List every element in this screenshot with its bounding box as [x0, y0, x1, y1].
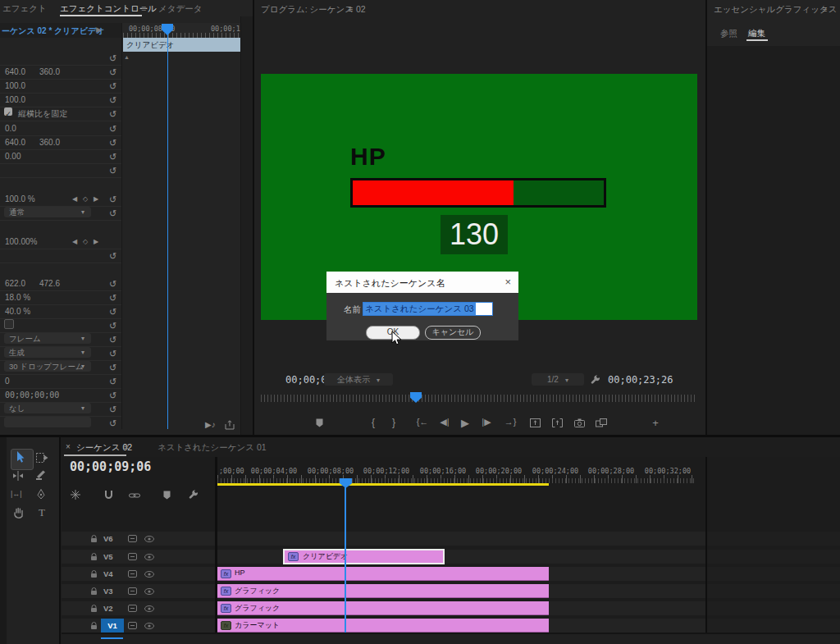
track-name[interactable]: V5 — [103, 552, 113, 561]
property-value[interactable]: 40.0 % — [5, 305, 30, 318]
tab-metadata[interactable]: メタデータ — [158, 3, 202, 15]
track-lock-icon[interactable] — [90, 570, 98, 578]
timeline-clip-color-matte[interactable]: fx カラーマット — [217, 619, 549, 633]
type-tool-icon[interactable]: T — [39, 506, 45, 519]
reset-icon[interactable]: ↺ — [109, 389, 116, 402]
lift-button[interactable] — [524, 417, 546, 427]
cancel-button[interactable]: キャンセル — [425, 326, 481, 340]
toggle-track-output-icon[interactable] — [144, 623, 154, 629]
sequence-name-input[interactable]: ネストされたシーケンス 03 — [363, 302, 493, 316]
nested-sequence-dialog-titlebar[interactable]: ネストされたシーケンス名 × — [326, 272, 518, 293]
next-keyframe-icon[interactable]: ▶ — [94, 235, 98, 249]
reset-icon[interactable]: ↺ — [109, 319, 116, 332]
sync-lock-icon[interactable] — [128, 553, 137, 560]
reset-icon[interactable]: ↺ — [109, 107, 116, 121]
reset-icon[interactable]: ↺ — [109, 193, 116, 206]
reset-icon[interactable]: ↺ — [109, 347, 116, 360]
timeline-current-timecode[interactable]: 00;00;09;06 — [70, 459, 151, 474]
button-editor-plus[interactable]: + — [645, 417, 666, 429]
reset-icon[interactable]: ↺ — [109, 164, 116, 177]
toggle-track-output-icon[interactable] — [144, 588, 154, 595]
sync-lock-icon[interactable] — [128, 570, 137, 578]
reset-icon[interactable]: ↺ — [109, 277, 116, 290]
ripple-edit-tool-icon[interactable] — [12, 471, 24, 481]
prev-keyframe-icon[interactable]: ◀ — [72, 193, 77, 206]
add-keyframe-icon[interactable]: ◇ — [83, 193, 88, 206]
timecode-source-select[interactable]: 生成 ▾ — [4, 347, 91, 358]
sync-lock-icon[interactable] — [128, 587, 137, 595]
track-name-targeted[interactable]: V1 — [101, 619, 124, 633]
add-marker-button[interactable] — [308, 417, 330, 427]
toggle-track-output-icon[interactable] — [144, 536, 154, 542]
property-value[interactable]: 100.00% — [5, 235, 37, 249]
track-name[interactable]: V2 — [103, 604, 113, 613]
reset-icon[interactable]: ↺ — [109, 66, 116, 79]
panel-menu-icon[interactable]: ≡ — [141, 3, 146, 13]
reset-icon[interactable]: ↺ — [109, 207, 116, 220]
property-value[interactable]: 0.0 — [5, 122, 16, 135]
breadcrumb-expand-icon[interactable]: ▶ — [96, 25, 102, 34]
track-name[interactable]: V4 — [103, 569, 113, 578]
tab-browse[interactable]: 参照 — [720, 28, 737, 39]
reset-icon[interactable]: ↺ — [109, 291, 116, 304]
export-icon[interactable] — [225, 420, 235, 430]
step-back-button[interactable]: ◀| — [434, 417, 455, 427]
timeline-settings-wrench-icon[interactable] — [189, 490, 199, 500]
property-value[interactable]: 472.6 — [39, 277, 60, 290]
property-value[interactable]: 640.0 — [5, 136, 25, 149]
mark-out-button[interactable]: } — [383, 417, 404, 428]
step-forward-button[interactable]: |▶ — [476, 417, 497, 427]
sync-lock-icon[interactable] — [128, 622, 137, 629]
reset-icon[interactable]: ↺ — [109, 122, 116, 135]
track-lock-icon[interactable] — [90, 553, 98, 561]
reset-icon[interactable]: ↺ — [109, 403, 116, 416]
blend-mode-select[interactable]: 通常 ▾ — [4, 207, 91, 217]
timeline-clip-hp[interactable]: fx HP — [217, 567, 549, 581]
property-value[interactable]: 640.0 — [5, 66, 25, 79]
reset-icon[interactable]: ↺ — [109, 94, 116, 107]
play-button[interactable]: ▶ — [454, 417, 476, 429]
track-select-forward-tool-icon[interactable] — [36, 453, 48, 463]
sync-lock-icon[interactable] — [128, 605, 137, 612]
tab-nested-sequence-01[interactable]: ネストされたシーケンス 01 — [158, 442, 267, 454]
add-keyframe-icon[interactable]: ◇ — [83, 235, 88, 249]
pen-tool-icon[interactable] — [37, 489, 45, 500]
reset-icon[interactable]: ↺ — [109, 361, 116, 374]
slip-tool-icon[interactable]: |↔| — [11, 490, 22, 498]
reset-icon[interactable]: ↺ — [109, 52, 116, 65]
label-select[interactable]: なし ▾ — [4, 403, 91, 413]
go-to-in-button[interactable]: {← — [412, 417, 433, 427]
toggle-track-output-icon[interactable] — [144, 554, 154, 560]
zoom-level-select[interactable]: 全体表示▾ — [324, 373, 393, 386]
panel-menu-icon[interactable]: ≡ — [124, 442, 129, 451]
property-value[interactable]: 100.0 — [5, 94, 25, 107]
close-icon[interactable]: × — [66, 442, 71, 451]
razor-tool-icon[interactable] — [35, 469, 46, 481]
property-value[interactable]: 0 — [5, 375, 10, 388]
comparison-view-icon[interactable] — [591, 417, 612, 427]
export-frame-icon[interactable] — [568, 417, 590, 427]
timeline-clip-clear-video[interactable]: fx クリアビデオ — [283, 549, 445, 564]
property-value[interactable]: 00;00;00;00 — [5, 389, 59, 402]
reset-icon[interactable]: ↺ — [109, 150, 116, 163]
close-icon[interactable]: × — [504, 276, 511, 288]
reset-icon[interactable]: ↺ — [109, 80, 116, 93]
program-scrubber[interactable] — [261, 395, 696, 402]
tab-edit[interactable]: 編集 — [748, 28, 765, 39]
tab-effects[interactable]: エフェクト — [2, 3, 47, 15]
go-to-out-button[interactable]: →} — [500, 417, 521, 427]
property-value[interactable]: 622.0 — [5, 277, 25, 290]
reset-icon[interactable]: ↺ — [109, 136, 116, 149]
track-lock-icon[interactable] — [90, 535, 98, 543]
track-lock-icon[interactable] — [90, 605, 98, 613]
reset-icon[interactable]: ↺ — [109, 305, 116, 318]
property-value[interactable]: 360.0 — [39, 136, 60, 149]
linked-selection-icon[interactable] — [129, 491, 140, 500]
checkbox-unchecked[interactable] — [4, 319, 14, 329]
settings-wrench-icon[interactable] — [591, 375, 600, 385]
hand-tool-icon[interactable] — [13, 507, 24, 518]
selection-tool-icon[interactable] — [16, 451, 25, 464]
reset-icon[interactable]: ↺ — [109, 375, 116, 388]
track-lock-icon[interactable] — [90, 622, 98, 630]
reset-icon[interactable]: ↺ — [109, 333, 116, 346]
